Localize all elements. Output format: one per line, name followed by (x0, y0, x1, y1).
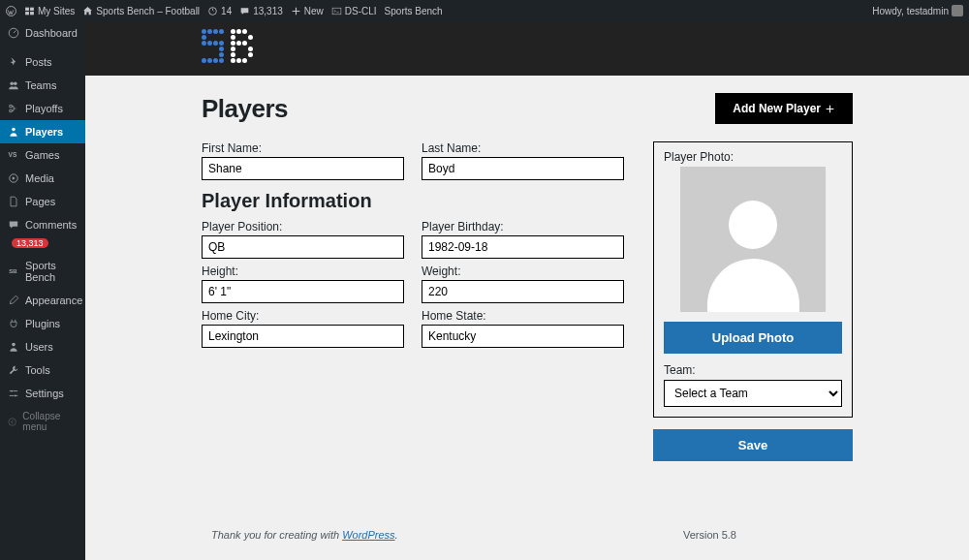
upload-photo-button[interactable]: Upload Photo (664, 322, 842, 354)
menu-playoffs[interactable]: Playoffs (0, 97, 85, 120)
menu-dashboard-label: Dashboard (25, 27, 78, 39)
position-input[interactable] (202, 235, 404, 259)
svg-point-13 (12, 343, 16, 347)
menu-media[interactable]: Media (0, 167, 85, 190)
weight-input[interactable] (422, 280, 624, 303)
plus-icon (825, 104, 835, 114)
menu-users[interactable]: Users (0, 335, 85, 358)
plug-icon (8, 318, 19, 329)
menu-settings[interactable]: Settings (0, 382, 85, 405)
menu-comments[interactable]: Comments (0, 213, 85, 236)
my-sites-label: My Sites (38, 6, 75, 16)
menu-sportsbench[interactable]: SBSports Bench (0, 254, 85, 289)
bracket-icon (8, 103, 19, 114)
menu-pages-label: Pages (25, 196, 55, 207)
menu-playoffs-label: Playoffs (25, 103, 63, 114)
menu-games[interactable]: VSGames (0, 143, 85, 167)
my-sites[interactable]: My Sites (24, 6, 75, 16)
home-state-input[interactable] (422, 325, 624, 348)
svg-rect-2 (30, 7, 34, 10)
sites-icon (24, 6, 35, 16)
howdy[interactable]: Howdy, testadmin (872, 5, 963, 16)
wp-logo[interactable] (6, 6, 16, 16)
svg-rect-5 (332, 8, 341, 15)
dscli[interactable]: DS-CLI (331, 6, 377, 16)
comments-bar[interactable]: 13,313 (239, 6, 283, 16)
footer: Thank you for creating with WordPress. V… (202, 500, 853, 550)
menu-games-label: Games (25, 149, 59, 161)
menu-tools[interactable]: Tools (0, 358, 85, 382)
page-title: Players (202, 94, 288, 124)
pin-icon (8, 56, 19, 68)
menu-posts-label: Posts (25, 56, 52, 68)
photo-placeholder (680, 167, 826, 312)
home-city-label: Home City: (202, 309, 404, 323)
banner (85, 21, 969, 76)
collapse-icon (8, 417, 16, 427)
games-icon: VS (8, 149, 19, 161)
svg-point-9 (12, 128, 16, 132)
admin-sidebar: Dashboard Posts Teams Playoffs Players V… (0, 21, 85, 560)
updates-count: 14 (221, 6, 232, 16)
menu-posts[interactable]: Posts (0, 50, 85, 74)
howdy-label: Howdy, testadmin (872, 6, 949, 16)
collapse-label: Collapse menu (22, 411, 78, 432)
svg-point-7 (10, 81, 14, 85)
menu-dashboard[interactable]: Dashboard (0, 21, 85, 45)
wordpress-link[interactable]: WordPress (342, 529, 394, 541)
add-new-player-button[interactable]: Add New Player (715, 93, 853, 124)
menu-media-label: Media (25, 172, 54, 184)
updates[interactable]: 14 (207, 6, 232, 16)
dashboard-icon (8, 27, 19, 39)
footer-version: Version 5.8 (683, 529, 736, 541)
comment-icon (239, 6, 250, 16)
content-area: Players Add New Player First Name: Last … (85, 21, 969, 560)
team-select[interactable]: Select a Team (664, 380, 842, 407)
position-label: Player Position: (202, 220, 404, 233)
birthday-input[interactable] (422, 235, 624, 259)
menu-pages[interactable]: Pages (0, 190, 85, 213)
tools-icon (8, 364, 19, 376)
menu-players[interactable]: Players (0, 120, 85, 143)
player-icon (8, 126, 19, 138)
menu-comments-label: Comments (25, 219, 77, 231)
svg-rect-4 (30, 12, 34, 15)
sportsbench-bar[interactable]: Sports Bench (385, 6, 443, 16)
avatar-body-icon (707, 259, 799, 312)
update-icon (207, 6, 218, 16)
height-input[interactable] (202, 280, 404, 303)
menu-users-label: Users (25, 341, 53, 353)
pages-icon (8, 196, 19, 207)
svg-text:VS: VS (9, 151, 17, 158)
new-content[interactable]: New (291, 6, 324, 16)
plus-icon (291, 6, 301, 16)
menu-teams[interactable]: Teams (0, 74, 85, 97)
svg-point-14 (11, 390, 13, 392)
first-name-input[interactable] (202, 157, 404, 180)
svg-point-15 (15, 395, 16, 397)
svg-point-0 (7, 6, 16, 16)
svg-point-8 (14, 81, 17, 85)
menu-plugins-label: Plugins (25, 318, 60, 329)
svg-rect-1 (25, 7, 29, 10)
menu-appearance[interactable]: Appearance (0, 289, 85, 312)
menu-tools-label: Tools (25, 364, 50, 376)
save-button[interactable]: Save (653, 429, 853, 461)
team-label: Team: (664, 363, 842, 377)
site-name[interactable]: Sports Bench – Football (82, 6, 200, 16)
footer-thanks-suffix: . (395, 529, 398, 541)
user-icon (8, 341, 19, 353)
avatar (952, 5, 963, 16)
menu-players-label: Players (25, 126, 63, 138)
first-name-label: First Name: (202, 141, 404, 155)
collapse-menu[interactable]: Collapse menu (0, 405, 85, 438)
sb-logo (202, 29, 260, 68)
home-city-input[interactable] (202, 325, 404, 348)
menu-plugins[interactable]: Plugins (0, 312, 85, 335)
dscli-label: DS-CLI (345, 6, 377, 16)
last-name-input[interactable] (422, 157, 624, 180)
menu-settings-label: Settings (25, 388, 64, 399)
weight-label: Weight: (422, 264, 624, 278)
avatar-head-icon (729, 201, 777, 249)
home-state-label: Home State: (422, 309, 624, 323)
